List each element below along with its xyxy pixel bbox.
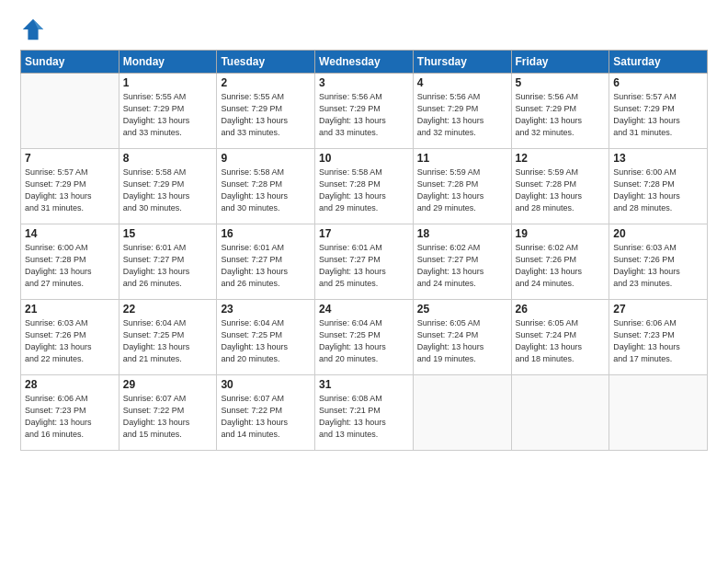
day-info: Sunrise: 6:02 AM Sunset: 7:26 PM Dayligh… bbox=[516, 242, 606, 290]
day-number: 2 bbox=[221, 76, 311, 89]
calendar-cell bbox=[609, 375, 708, 451]
calendar-cell: 17Sunrise: 6:01 AM Sunset: 7:27 PM Dayli… bbox=[315, 224, 414, 300]
day-info: Sunrise: 5:57 AM Sunset: 7:29 PM Dayligh… bbox=[25, 167, 115, 214]
day-info: Sunrise: 5:59 AM Sunset: 7:28 PM Dayligh… bbox=[417, 167, 507, 214]
day-info: Sunrise: 5:59 AM Sunset: 7:28 PM Dayligh… bbox=[516, 167, 606, 214]
day-number: 21 bbox=[25, 303, 115, 316]
day-number: 22 bbox=[123, 303, 213, 316]
calendar-cell: 6Sunrise: 5:57 AM Sunset: 7:29 PM Daylig… bbox=[609, 74, 708, 149]
header bbox=[20, 17, 708, 42]
col-header-saturday: Saturday bbox=[609, 51, 708, 74]
day-number: 11 bbox=[417, 152, 507, 165]
day-info: Sunrise: 6:07 AM Sunset: 7:22 PM Dayligh… bbox=[221, 393, 311, 441]
calendar-cell bbox=[413, 375, 511, 451]
calendar-cell: 10Sunrise: 5:58 AM Sunset: 7:28 PM Dayli… bbox=[315, 149, 414, 224]
week-row: 21Sunrise: 6:03 AM Sunset: 7:26 PM Dayli… bbox=[21, 300, 708, 375]
day-info: Sunrise: 6:01 AM Sunset: 7:27 PM Dayligh… bbox=[319, 242, 409, 290]
day-info: Sunrise: 6:06 AM Sunset: 7:23 PM Dayligh… bbox=[613, 317, 703, 365]
day-info: Sunrise: 6:04 AM Sunset: 7:25 PM Dayligh… bbox=[319, 317, 409, 365]
calendar-cell: 27Sunrise: 6:06 AM Sunset: 7:23 PM Dayli… bbox=[609, 300, 708, 375]
day-info: Sunrise: 6:05 AM Sunset: 7:24 PM Dayligh… bbox=[417, 317, 507, 365]
col-header-friday: Friday bbox=[511, 51, 609, 74]
day-number: 28 bbox=[25, 378, 115, 391]
day-info: Sunrise: 6:07 AM Sunset: 7:22 PM Dayligh… bbox=[123, 393, 213, 441]
logo-icon bbox=[20, 17, 46, 42]
day-number: 16 bbox=[221, 227, 311, 240]
calendar-cell: 3Sunrise: 5:56 AM Sunset: 7:29 PM Daylig… bbox=[315, 74, 414, 149]
day-number: 19 bbox=[516, 227, 606, 240]
calendar-cell: 11Sunrise: 5:59 AM Sunset: 7:28 PM Dayli… bbox=[413, 149, 511, 224]
calendar-cell: 4Sunrise: 5:56 AM Sunset: 7:29 PM Daylig… bbox=[413, 74, 511, 149]
calendar-cell bbox=[21, 74, 119, 149]
calendar-cell: 16Sunrise: 6:01 AM Sunset: 7:27 PM Dayli… bbox=[217, 224, 315, 300]
col-header-wednesday: Wednesday bbox=[315, 51, 414, 74]
week-row: 7Sunrise: 5:57 AM Sunset: 7:29 PM Daylig… bbox=[21, 149, 708, 224]
day-number: 7 bbox=[25, 152, 115, 165]
day-info: Sunrise: 6:03 AM Sunset: 7:26 PM Dayligh… bbox=[25, 317, 115, 365]
calendar-body: 1Sunrise: 5:55 AM Sunset: 7:29 PM Daylig… bbox=[21, 74, 708, 451]
calendar-cell: 5Sunrise: 5:56 AM Sunset: 7:29 PM Daylig… bbox=[511, 74, 609, 149]
col-header-sunday: Sunday bbox=[21, 51, 119, 74]
day-info: Sunrise: 6:00 AM Sunset: 7:28 PM Dayligh… bbox=[613, 167, 703, 214]
day-number: 29 bbox=[123, 378, 213, 391]
calendar-cell: 24Sunrise: 6:04 AM Sunset: 7:25 PM Dayli… bbox=[315, 300, 414, 375]
day-number: 24 bbox=[319, 303, 409, 316]
calendar-cell: 30Sunrise: 6:07 AM Sunset: 7:22 PM Dayli… bbox=[217, 375, 315, 451]
logo bbox=[20, 17, 50, 42]
day-number: 1 bbox=[123, 76, 213, 89]
day-info: Sunrise: 5:57 AM Sunset: 7:29 PM Dayligh… bbox=[613, 91, 703, 139]
day-info: Sunrise: 6:06 AM Sunset: 7:23 PM Dayligh… bbox=[25, 393, 115, 441]
day-info: Sunrise: 5:56 AM Sunset: 7:29 PM Dayligh… bbox=[319, 91, 409, 139]
calendar-cell: 15Sunrise: 6:01 AM Sunset: 7:27 PM Dayli… bbox=[119, 224, 217, 300]
calendar-cell bbox=[511, 375, 609, 451]
day-number: 15 bbox=[123, 227, 213, 240]
week-row: 28Sunrise: 6:06 AM Sunset: 7:23 PM Dayli… bbox=[21, 375, 708, 451]
col-header-monday: Monday bbox=[119, 51, 217, 74]
day-number: 17 bbox=[319, 227, 409, 240]
page: SundayMondayTuesdayWednesdayThursdayFrid… bbox=[0, 0, 728, 563]
day-number: 9 bbox=[221, 152, 311, 165]
calendar-cell: 25Sunrise: 6:05 AM Sunset: 7:24 PM Dayli… bbox=[413, 300, 511, 375]
calendar-cell: 28Sunrise: 6:06 AM Sunset: 7:23 PM Dayli… bbox=[21, 375, 119, 451]
header-row: SundayMondayTuesdayWednesdayThursdayFrid… bbox=[21, 51, 708, 74]
calendar-cell: 23Sunrise: 6:04 AM Sunset: 7:25 PM Dayli… bbox=[217, 300, 315, 375]
calendar-cell: 18Sunrise: 6:02 AM Sunset: 7:27 PM Dayli… bbox=[413, 224, 511, 300]
day-info: Sunrise: 5:58 AM Sunset: 7:28 PM Dayligh… bbox=[319, 167, 409, 214]
day-info: Sunrise: 6:02 AM Sunset: 7:27 PM Dayligh… bbox=[417, 242, 507, 290]
calendar-cell: 31Sunrise: 6:08 AM Sunset: 7:21 PM Dayli… bbox=[315, 375, 414, 451]
day-info: Sunrise: 6:01 AM Sunset: 7:27 PM Dayligh… bbox=[123, 242, 213, 290]
day-number: 12 bbox=[516, 152, 606, 165]
day-info: Sunrise: 6:08 AM Sunset: 7:21 PM Dayligh… bbox=[319, 393, 409, 441]
day-number: 13 bbox=[613, 152, 703, 165]
week-row: 14Sunrise: 6:00 AM Sunset: 7:28 PM Dayli… bbox=[21, 224, 708, 300]
day-number: 4 bbox=[417, 76, 507, 89]
day-number: 31 bbox=[319, 378, 409, 391]
calendar-cell: 20Sunrise: 6:03 AM Sunset: 7:26 PM Dayli… bbox=[609, 224, 708, 300]
calendar-cell: 7Sunrise: 5:57 AM Sunset: 7:29 PM Daylig… bbox=[21, 149, 119, 224]
day-number: 20 bbox=[613, 227, 703, 240]
calendar-cell: 22Sunrise: 6:04 AM Sunset: 7:25 PM Dayli… bbox=[119, 300, 217, 375]
day-number: 5 bbox=[516, 76, 606, 89]
day-number: 8 bbox=[123, 152, 213, 165]
calendar-cell: 19Sunrise: 6:02 AM Sunset: 7:26 PM Dayli… bbox=[511, 224, 609, 300]
day-info: Sunrise: 5:56 AM Sunset: 7:29 PM Dayligh… bbox=[417, 91, 507, 139]
day-info: Sunrise: 6:04 AM Sunset: 7:25 PM Dayligh… bbox=[123, 317, 213, 365]
day-number: 3 bbox=[319, 76, 409, 89]
day-number: 10 bbox=[319, 152, 409, 165]
day-number: 23 bbox=[221, 303, 311, 316]
day-info: Sunrise: 5:56 AM Sunset: 7:29 PM Dayligh… bbox=[516, 91, 606, 139]
day-info: Sunrise: 5:58 AM Sunset: 7:29 PM Dayligh… bbox=[123, 167, 213, 214]
day-number: 18 bbox=[417, 227, 507, 240]
day-number: 6 bbox=[613, 76, 703, 89]
calendar-cell: 2Sunrise: 5:55 AM Sunset: 7:29 PM Daylig… bbox=[217, 74, 315, 149]
calendar-cell: 21Sunrise: 6:03 AM Sunset: 7:26 PM Dayli… bbox=[21, 300, 119, 375]
calendar-cell: 9Sunrise: 5:58 AM Sunset: 7:28 PM Daylig… bbox=[217, 149, 315, 224]
calendar-table: SundayMondayTuesdayWednesdayThursdayFrid… bbox=[20, 50, 708, 451]
calendar-cell: 1Sunrise: 5:55 AM Sunset: 7:29 PM Daylig… bbox=[119, 74, 217, 149]
calendar-cell: 13Sunrise: 6:00 AM Sunset: 7:28 PM Dayli… bbox=[609, 149, 708, 224]
calendar-cell: 8Sunrise: 5:58 AM Sunset: 7:29 PM Daylig… bbox=[119, 149, 217, 224]
day-info: Sunrise: 6:00 AM Sunset: 7:28 PM Dayligh… bbox=[25, 242, 115, 290]
calendar-header: SundayMondayTuesdayWednesdayThursdayFrid… bbox=[21, 51, 708, 74]
col-header-thursday: Thursday bbox=[413, 51, 511, 74]
day-info: Sunrise: 5:55 AM Sunset: 7:29 PM Dayligh… bbox=[221, 91, 311, 139]
